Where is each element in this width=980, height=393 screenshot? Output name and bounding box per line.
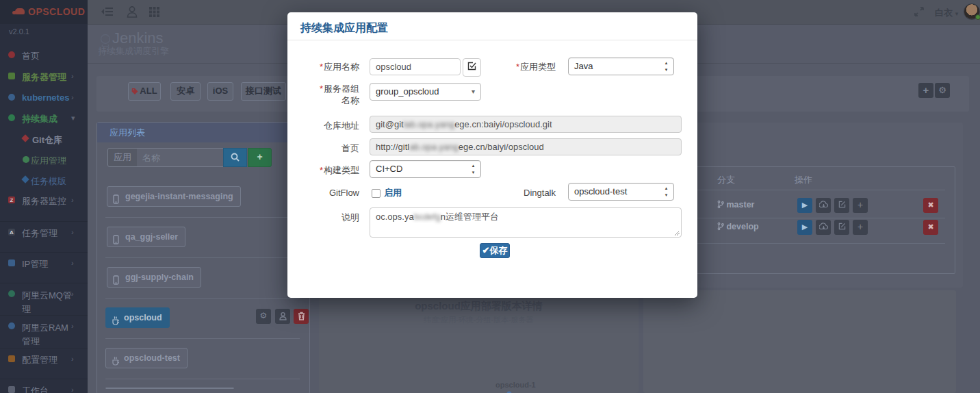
app-type-select[interactable]: Java ▴▾ (568, 58, 674, 75)
field-label-gitflow: GitFlow (301, 188, 359, 198)
app-name-input[interactable] (370, 58, 461, 75)
field-label-app-name: *应用名称 (301, 61, 359, 73)
field-label-description: 说明 (301, 212, 359, 224)
select-spinner-icon: ▴▾ (663, 60, 669, 73)
modal-title: 持续集成应用配置 (300, 21, 388, 36)
ci-app-config-modal: 持续集成应用配置 *应用名称 *应用类型 Java ▴▾ *服务器组名称 gro… (287, 12, 697, 298)
censored-text: bcdefg (414, 212, 441, 222)
field-label-repo: 仓库地址 (301, 120, 359, 132)
build-type-select[interactable]: CI+CD ▴▾ (370, 160, 481, 178)
description-textarea[interactable]: oc.ops.yabcdefgn运维管理平台 (370, 207, 682, 238)
gitflow-enable-label: 启用 (384, 187, 402, 199)
field-label-dingtalk: Dingtalk (506, 188, 556, 198)
edit-check-icon (467, 62, 476, 71)
censored-text: ab.opa.yang (409, 142, 459, 152)
homepage-url-input: http://gitlab.opa.yangege.cn/baiyi/opscl… (370, 138, 682, 155)
dropdown-caret-icon: ▾ (472, 84, 475, 100)
check-icon: ✔ (482, 245, 490, 255)
check-name-button[interactable] (463, 58, 481, 77)
select-spinner-icon: ▴▾ (470, 162, 476, 176)
field-label-build-type: *构建类型 (301, 164, 359, 177)
server-group-dropdown[interactable]: group_opscloud ▾ (370, 83, 481, 101)
field-label-server-group: *服务器组名称 (311, 83, 359, 106)
field-label-homepage: 首页 (301, 142, 359, 155)
modal-header: 持续集成应用配置 (287, 12, 697, 40)
censored-text: lab.opa.yang (404, 119, 454, 129)
select-spinner-icon: ▴▾ (663, 185, 669, 199)
field-label-app-type: *应用类型 (506, 61, 556, 73)
save-button[interactable]: ✔保存 (480, 243, 510, 258)
gitflow-checkbox[interactable] (372, 189, 381, 198)
dingtalk-select[interactable]: opscloud-test ▴▾ (568, 183, 674, 201)
repo-url-input: git@gitlab.opa.yangege.cn:baiyi/opscloud… (370, 116, 682, 133)
